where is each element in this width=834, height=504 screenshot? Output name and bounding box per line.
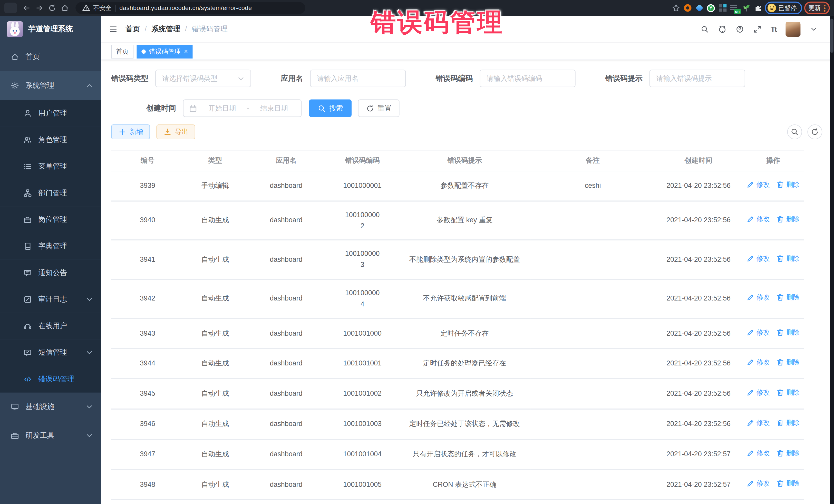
tab-error-code[interactable]: 错误码管理 × xyxy=(137,45,193,59)
edit-link[interactable]: 修改 xyxy=(746,253,770,264)
sidebar-item-posts[interactable]: 岗位管理 xyxy=(0,206,101,233)
add-button[interactable]: 新增 xyxy=(111,125,150,139)
extension-green-y-icon[interactable]: Y xyxy=(706,3,716,13)
sidebar-item-announcements[interactable]: 通知公告 xyxy=(0,259,101,286)
extension-grid-icon[interactable] xyxy=(718,3,727,13)
help-icon[interactable] xyxy=(736,25,744,33)
sidebar-item-sms[interactable]: 短信管理 xyxy=(0,339,101,366)
trash-icon xyxy=(776,215,785,223)
delete-link[interactable]: 删除 xyxy=(776,253,799,264)
end-date-placeholder: 结束日期 xyxy=(253,104,296,113)
scrollbar[interactable] xyxy=(830,16,834,504)
column-header: 类型 xyxy=(184,150,246,171)
export-button[interactable]: 导出 xyxy=(156,125,195,139)
close-icon[interactable]: × xyxy=(184,48,188,55)
error-code-type-select[interactable]: 请选择错误码类型 xyxy=(155,70,251,87)
search-button[interactable]: 搜索 xyxy=(309,100,352,117)
delete-link[interactable]: 删除 xyxy=(776,448,799,458)
delete-link[interactable]: 删除 xyxy=(776,292,799,303)
bookmark-star-icon[interactable] xyxy=(671,3,681,13)
extension-list-on-icon[interactable]: on xyxy=(729,3,739,13)
browser-forward-button[interactable] xyxy=(34,3,45,13)
cell-id: 3943 xyxy=(111,319,184,349)
delete-link[interactable]: 删除 xyxy=(776,478,799,488)
sidebar-item-audit-log[interactable]: 审计日志 xyxy=(0,286,101,313)
font-size-icon[interactable]: Tt xyxy=(771,25,776,33)
sidebar-item-users[interactable]: 用户管理 xyxy=(0,100,101,127)
edit-link[interactable]: 修改 xyxy=(746,478,770,488)
extension-blue-gem-icon[interactable] xyxy=(695,3,704,13)
cell-message: 定时任务的处理器已经存在 xyxy=(399,349,530,379)
toggle-search-button[interactable] xyxy=(787,125,802,139)
extension-orange-ring-icon[interactable] xyxy=(683,3,692,13)
cell-code: 1001001003 xyxy=(326,409,399,439)
security-status[interactable]: 不安全 xyxy=(82,4,111,12)
app-logo[interactable]: 芋道管理系统 xyxy=(0,16,101,43)
toolbox-icon xyxy=(10,431,19,440)
edit-link[interactable]: 修改 xyxy=(746,179,770,190)
github-icon[interactable] xyxy=(718,25,726,33)
delete-link[interactable]: 删除 xyxy=(776,214,799,224)
edit-link[interactable]: 修改 xyxy=(746,327,770,337)
extension-leaf-icon[interactable] xyxy=(741,3,751,13)
cell-id: 3945 xyxy=(111,379,184,409)
sidebar-item-dictionary[interactable]: 字典管理 xyxy=(0,233,101,260)
cell-memo xyxy=(530,439,655,469)
delete-link[interactable]: 删除 xyxy=(776,327,799,337)
sidebar-item-dev-tools[interactable]: 研发工具 xyxy=(0,421,101,450)
search-icon[interactable] xyxy=(700,25,709,33)
sidebar: 芋道管理系统 首页系统管理用户管理角色管理菜单管理部门管理岗位管理字典管理通知公… xyxy=(0,16,101,504)
delete-link[interactable]: 删除 xyxy=(776,357,799,368)
cell-code: 1001000003 xyxy=(326,240,399,280)
browser-menu-icon[interactable] xyxy=(824,5,826,12)
edit-icon xyxy=(746,180,755,189)
gear-icon xyxy=(10,81,19,90)
browser-update-button[interactable]: 更新 xyxy=(804,2,830,14)
sidebar-item-online-users[interactable]: 在线用户 xyxy=(0,313,101,339)
sidebar-item-roles[interactable]: 角色管理 xyxy=(0,127,101,153)
sidebar-item-infrastructure[interactable]: 基础设施 xyxy=(0,393,101,421)
table-row: 3939手动编辑dashboard1001000001参数配置不存在ceshi2… xyxy=(111,171,804,201)
hamburger-icon[interactable] xyxy=(109,25,117,33)
filter-label-error-code-type: 错误码类型 xyxy=(111,74,148,83)
sidebar-item-error-codes[interactable]: 错误码管理 xyxy=(0,366,101,393)
chevron-down-icon[interactable] xyxy=(810,25,818,33)
sidebar-item-menus[interactable]: 菜单管理 xyxy=(0,153,101,180)
delete-link[interactable]: 删除 xyxy=(776,387,799,398)
browser-back-button[interactable] xyxy=(21,3,32,13)
app-name-input[interactable] xyxy=(310,70,406,87)
user-avatar[interactable] xyxy=(786,22,800,37)
extensions-puzzle-icon[interactable] xyxy=(753,3,762,13)
reset-button[interactable]: 重置 xyxy=(358,100,399,117)
edit-link[interactable]: 修改 xyxy=(746,448,770,458)
search-button-label: 搜索 xyxy=(329,104,343,113)
address-bar[interactable]: 不安全 dashboard.yudao.iocoder.cn/system/er… xyxy=(75,2,305,14)
breadcrumb-home[interactable]: 首页 xyxy=(126,24,140,34)
edit-link[interactable]: 修改 xyxy=(746,214,770,224)
refresh-table-button[interactable] xyxy=(807,125,822,139)
create-time-range-picker[interactable]: 开始日期 - 结束日期 xyxy=(183,100,302,117)
chevron-down-icon xyxy=(85,349,94,357)
edit-link[interactable]: 修改 xyxy=(746,418,770,428)
sidebar-item-system[interactable]: 系统管理 xyxy=(0,71,101,100)
fullscreen-icon[interactable] xyxy=(753,25,761,33)
scrollbar-thumb[interactable] xyxy=(830,19,833,53)
edit-icon xyxy=(746,293,755,302)
browser-home-button[interactable] xyxy=(60,3,70,13)
delete-link[interactable]: 删除 xyxy=(776,418,799,428)
tab-home[interactable]: 首页 xyxy=(111,45,133,59)
security-label: 不安全 xyxy=(93,4,112,12)
profile-emoji-avatar xyxy=(767,4,776,12)
delete-link[interactable]: 删除 xyxy=(776,179,799,190)
edit-link[interactable]: 修改 xyxy=(746,292,770,303)
edit-link[interactable]: 修改 xyxy=(746,387,770,398)
browser-profile-chip[interactable]: 已暂停 xyxy=(765,2,802,14)
edit-link[interactable]: 修改 xyxy=(746,357,770,368)
sidebar-item-home[interactable]: 首页 xyxy=(0,43,101,71)
browser-reload-button[interactable] xyxy=(47,3,57,13)
cell-app: dashboard xyxy=(246,240,326,280)
breadcrumb-system[interactable]: 系统管理 xyxy=(151,24,180,34)
error-code-input[interactable] xyxy=(480,70,576,87)
error-hint-input[interactable] xyxy=(650,70,745,87)
sidebar-item-departments[interactable]: 部门管理 xyxy=(0,180,101,206)
